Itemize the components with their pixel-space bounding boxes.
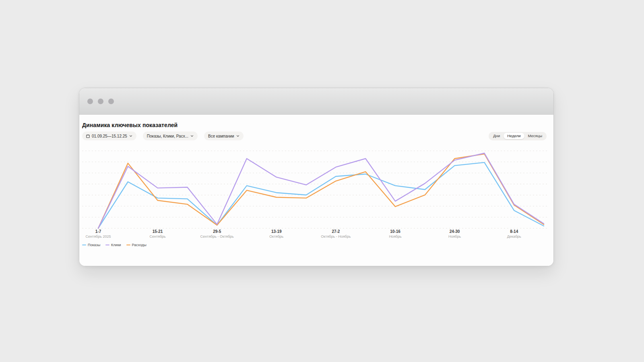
legend-swatch xyxy=(126,245,130,245)
chevron-down-icon xyxy=(129,134,132,138)
date-range-label: 01.09.25—15.12.25 xyxy=(92,134,127,138)
legend-label: Показы xyxy=(88,243,100,247)
date-range-filter[interactable]: 01.09.25—15.12.25 xyxy=(82,132,136,140)
page-background: { "header": { "title": "Динамика ключевы… xyxy=(0,0,644,362)
window-control-dot-3[interactable] xyxy=(108,99,114,104)
legend-label: Клики xyxy=(111,243,121,247)
chart-region: 1-7Сентябрь 202515-21Сентябрь29-5Сентябр… xyxy=(79,145,554,266)
chart-legend: ПоказыКликиРасходы xyxy=(82,243,147,247)
legend-item-расходы[interactable]: Расходы xyxy=(126,243,147,247)
campaigns-filter-label: Все кампании xyxy=(208,134,234,138)
page-title: Динамика ключевых показателей xyxy=(82,122,178,128)
legend-label: Расходы xyxy=(132,243,147,247)
series-line-показы xyxy=(98,162,544,228)
window-control-dot-1[interactable] xyxy=(87,99,93,104)
chevron-down-icon xyxy=(236,134,239,138)
granularity-option-months[interactable]: Месяцы xyxy=(524,133,546,139)
legend-item-клики[interactable]: Клики xyxy=(105,243,121,247)
window-content: Динамика ключевых показателей 01.09.25—1… xyxy=(79,115,553,266)
filters-toolbar: 01.09.25—15.12.25 Показы, Клики, Расх...… xyxy=(82,132,547,140)
legend-swatch xyxy=(82,245,86,245)
series-line-клики xyxy=(98,153,544,228)
metrics-filter[interactable]: Показы, Клики, Расх... xyxy=(143,132,198,140)
campaigns-filter[interactable]: Все кампании xyxy=(204,132,244,140)
metrics-filter-label: Показы, Клики, Расх... xyxy=(147,134,188,138)
chevron-down-icon xyxy=(190,134,194,138)
chart-canvas xyxy=(79,145,554,239)
granularity-switcher: Дни Недели Месяцы xyxy=(489,132,547,140)
granularity-option-days[interactable]: Дни xyxy=(489,133,504,139)
legend-swatch xyxy=(105,245,109,245)
legend-item-показы[interactable]: Показы xyxy=(82,243,100,247)
window-control-dot-2[interactable] xyxy=(98,99,103,104)
window-titlebar xyxy=(79,88,553,115)
browser-window: Динамика ключевых показателей 01.09.25—1… xyxy=(79,88,554,266)
calendar-icon xyxy=(86,134,90,138)
granularity-option-weeks[interactable]: Недели xyxy=(504,133,524,139)
